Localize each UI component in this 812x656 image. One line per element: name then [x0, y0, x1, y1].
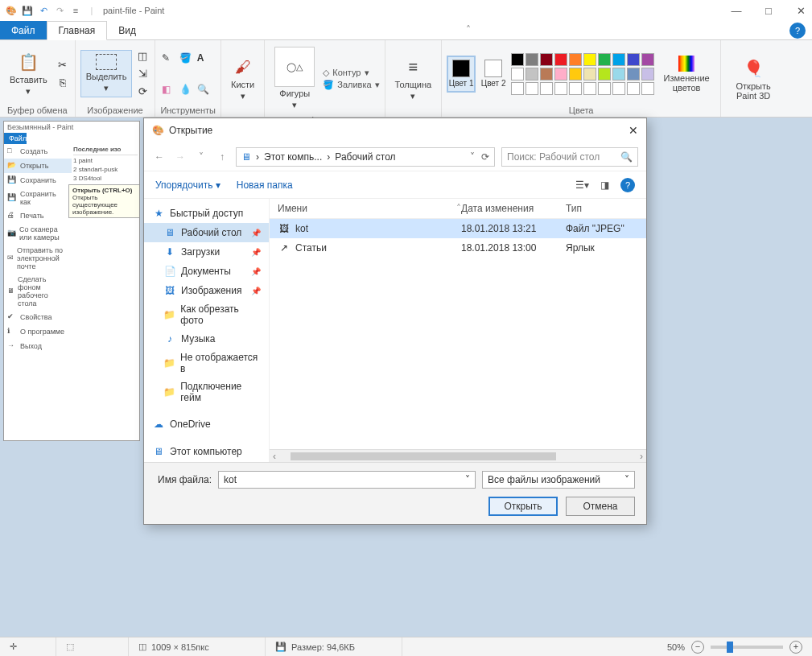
dropdown-icon[interactable]: ˅ — [465, 474, 470, 485]
shape-outline[interactable]: ◇Контур ▾ — [323, 68, 379, 78]
color-swatch[interactable] — [612, 68, 625, 80]
copy-icon[interactable]: ⎘ — [56, 76, 70, 90]
open-button[interactable]: Открыть — [488, 497, 558, 516]
crumb-desktop[interactable]: Рабочий стол — [335, 151, 395, 163]
shape-fill[interactable]: 🪣Заливка ▾ — [323, 80, 379, 90]
tab-view[interactable]: Вид — [107, 21, 147, 39]
breadcrumb[interactable]: 🖥 › Этот компь... › Рабочий стол ˅ ⟳ — [236, 147, 495, 167]
crumb-pc[interactable]: Этот компь... — [264, 151, 322, 163]
zoom-out-button[interactable]: − — [691, 641, 704, 654]
dialog-help-icon[interactable]: ? — [620, 178, 635, 192]
maximize-button[interactable]: □ — [762, 5, 775, 17]
zoom-slider[interactable] — [711, 646, 783, 649]
shapes-gallery[interactable]: ◯△ Фигуры ▾ — [270, 43, 319, 113]
qa-save-icon[interactable]: 💾 — [21, 4, 34, 17]
h-scrollbar[interactable]: ‹› — [270, 449, 646, 462]
color-swatch[interactable] — [526, 82, 538, 95]
nav-up-icon[interactable]: ↑ — [215, 151, 229, 163]
color-swatch[interactable] — [583, 53, 596, 66]
collapse-ribbon-icon[interactable]: ˄ — [460, 21, 477, 39]
qa-undo-icon[interactable]: ↶ — [37, 4, 50, 17]
color-swatch[interactable] — [569, 53, 582, 66]
filetype-filter[interactable]: Все файлы изображений˅ — [482, 471, 635, 489]
picker-icon[interactable]: 💧 — [179, 84, 194, 95]
preview-pane-icon[interactable]: ◨ — [600, 179, 609, 191]
color-swatch[interactable] — [598, 53, 611, 66]
nav-downloads[interactable]: ⬇Загрузки📌 — [144, 242, 269, 262]
nav-back-icon[interactable]: ← — [152, 151, 167, 163]
organize-menu[interactable]: Упорядочить ▾ — [155, 179, 221, 191]
color-swatch[interactable] — [554, 68, 567, 80]
color-swatch[interactable] — [511, 53, 524, 66]
brushes-button[interactable]: 🖌 Кисти ▾ — [226, 52, 259, 105]
color-swatch[interactable] — [511, 82, 524, 95]
nav-documents[interactable]: 📄Документы📌 — [144, 262, 269, 281]
crop-icon[interactable]: ◫ — [135, 49, 150, 64]
nav-fwd-icon[interactable]: → — [173, 151, 188, 163]
color-swatch[interactable] — [612, 82, 625, 95]
nav-dropdown-icon[interactable]: ˅ — [194, 151, 208, 163]
dropdown-icon[interactable]: ˅ — [624, 474, 629, 485]
color-swatch[interactable] — [598, 82, 611, 95]
resize-icon[interactable]: ⇲ — [135, 67, 150, 81]
nav-pictures[interactable]: 🖼Изображения📌 — [144, 281, 269, 300]
color-swatch[interactable] — [641, 53, 654, 66]
color-swatch[interactable] — [554, 53, 567, 66]
color-swatch[interactable] — [540, 68, 553, 80]
view-mode-icon[interactable]: ☰▾ — [575, 179, 589, 191]
refresh-icon[interactable]: ⟳ — [481, 151, 489, 163]
rotate-icon[interactable]: ⟳ — [135, 85, 150, 99]
filename-input[interactable]: kot˅ — [218, 471, 476, 489]
color-swatch[interactable] — [540, 53, 553, 66]
color-swatch[interactable] — [583, 82, 596, 95]
color-swatch[interactable] — [526, 68, 538, 80]
nav-folder-hidden[interactable]: 📁Не отображается в — [144, 349, 269, 378]
color-swatch[interactable] — [627, 82, 640, 95]
cut-icon[interactable]: ✂ — [56, 58, 70, 72]
nav-folder-gamepad[interactable]: 📁Подключение гейм — [144, 378, 269, 406]
color-swatch[interactable] — [598, 68, 611, 80]
qa-redo-icon[interactable]: ↷ — [53, 4, 66, 17]
color-swatch[interactable] — [526, 53, 538, 66]
col-date[interactable]: Дата изменения — [461, 203, 566, 214]
file-row[interactable]: 🖼kot18.01.2018 13:21Файл "JPEG" — [270, 219, 646, 238]
color-swatch[interactable] — [554, 82, 567, 95]
color-swatch[interactable] — [627, 53, 640, 66]
text-icon[interactable]: A — [197, 52, 212, 64]
color-swatch[interactable] — [641, 82, 654, 95]
color-swatch[interactable] — [583, 68, 596, 80]
close-button[interactable]: ✕ — [794, 5, 807, 17]
fill-icon[interactable]: 🪣 — [179, 52, 194, 64]
color-swatch[interactable] — [569, 82, 582, 95]
nav-desktop[interactable]: 🖥Рабочий стол📌 — [144, 223, 269, 242]
zoom-icon[interactable]: 🔍 — [197, 84, 212, 95]
cancel-button[interactable]: Отмена — [566, 497, 635, 516]
new-folder-button[interactable]: Новая папка — [237, 179, 293, 191]
nav-music[interactable]: ♪Музыка — [144, 329, 269, 349]
color-swatch[interactable] — [612, 53, 625, 66]
file-row[interactable]: ↗Статьи18.01.2018 13:00Ярлык — [270, 238, 646, 258]
qa-dropdown-icon[interactable]: ≡ — [69, 4, 82, 17]
col-type[interactable]: Тип — [566, 203, 638, 214]
paste-button[interactable]: 📋 Вставить ▾ — [5, 47, 52, 100]
zoom-in-button[interactable]: + — [789, 641, 802, 654]
search-input[interactable]: Поиск: Рабочий стол 🔍 — [501, 147, 638, 167]
tab-home[interactable]: Главная — [47, 21, 108, 40]
nav-onedrive[interactable]: ☁OneDrive — [144, 415, 269, 434]
color-swatch[interactable] — [641, 68, 654, 80]
color2-button[interactable]: Цвет 2 — [479, 56, 508, 93]
thickness-button[interactable]: ≡ Толщина ▾ — [390, 52, 437, 105]
color-swatch[interactable] — [569, 68, 582, 80]
nav-quick-access[interactable]: ★Быстрый доступ — [144, 204, 269, 223]
minimize-button[interactable]: — — [730, 5, 743, 17]
crumb-expand-icon[interactable]: ˅ — [470, 151, 475, 163]
color-swatch[interactable] — [511, 68, 524, 80]
paint3d-button[interactable]: 🎈 Открыть Paint 3D — [726, 54, 781, 104]
help-icon[interactable]: ? — [789, 23, 806, 39]
nav-folder-crop[interactable]: 📁Как обрезать фото — [144, 300, 269, 329]
color1-button[interactable]: Цвет 1 — [447, 56, 476, 93]
tab-file[interactable]: Файл — [0, 21, 47, 39]
color-swatch[interactable] — [627, 68, 640, 80]
col-name[interactable]: Имени ˄ — [278, 203, 461, 214]
eraser-icon[interactable]: ◧ — [162, 84, 176, 95]
